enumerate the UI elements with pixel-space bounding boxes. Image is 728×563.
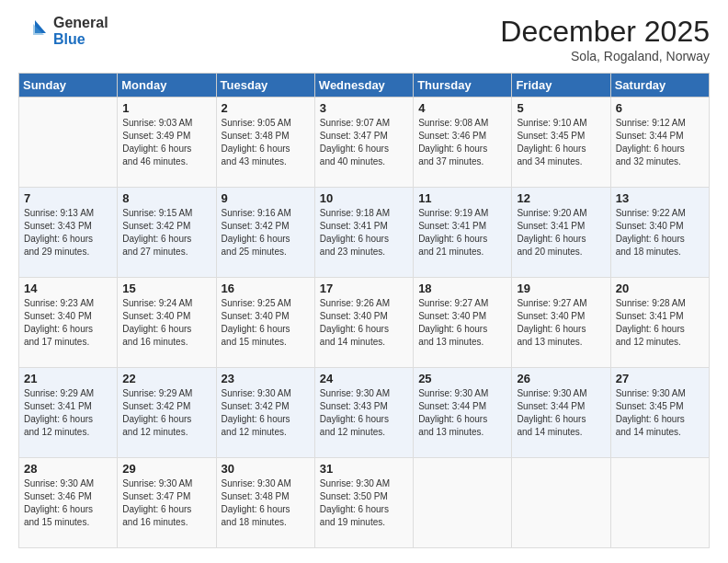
- day-info: Sunrise: 9:22 AM Sunset: 3:40 PM Dayligh…: [616, 207, 704, 259]
- day-info: Sunrise: 9:20 AM Sunset: 3:41 PM Dayligh…: [517, 207, 605, 259]
- day-number: 15: [122, 282, 210, 295]
- day-info: Sunrise: 9:05 AM Sunset: 3:48 PM Dayligh…: [222, 117, 310, 168]
- day-info: Sunrise: 9:29 AM Sunset: 3:41 PM Dayligh…: [24, 387, 112, 439]
- calendar-cell: 27Sunrise: 9:30 AM Sunset: 3:45 PM Dayli…: [610, 368, 709, 458]
- day-info: Sunrise: 9:30 AM Sunset: 3:50 PM Dayligh…: [320, 477, 408, 529]
- header: General Blue December 2025 Sola, Rogalan…: [18, 15, 710, 63]
- day-info: Sunrise: 9:27 AM Sunset: 3:40 PM Dayligh…: [517, 297, 605, 349]
- calendar-cell: 31Sunrise: 9:30 AM Sunset: 3:50 PM Dayli…: [314, 458, 413, 548]
- calendar-cell: 18Sunrise: 9:27 AM Sunset: 3:40 PM Dayli…: [414, 278, 512, 368]
- weekday-header-monday: Monday: [118, 74, 216, 98]
- day-number: 13: [616, 191, 704, 205]
- calendar-cell: [19, 98, 118, 188]
- calendar-cell: 16Sunrise: 9:25 AM Sunset: 3:40 PM Dayli…: [216, 278, 314, 368]
- day-number: 8: [122, 191, 210, 205]
- day-number: 4: [418, 101, 506, 115]
- calendar-cell: [512, 458, 610, 548]
- day-info: Sunrise: 9:23 AM Sunset: 3:40 PM Dayligh…: [24, 297, 112, 349]
- calendar-body: 1Sunrise: 9:03 AM Sunset: 3:49 PM Daylig…: [19, 98, 710, 548]
- day-number: 29: [122, 462, 210, 476]
- calendar-cell: 14Sunrise: 9:23 AM Sunset: 3:40 PM Dayli…: [19, 278, 118, 368]
- day-number: 1: [122, 101, 210, 115]
- calendar-week-3: 14Sunrise: 9:23 AM Sunset: 3:40 PM Dayli…: [19, 278, 710, 368]
- day-info: Sunrise: 9:15 AM Sunset: 3:42 PM Dayligh…: [122, 207, 210, 259]
- calendar-cell: 23Sunrise: 9:30 AM Sunset: 3:42 PM Dayli…: [216, 368, 314, 458]
- calendar-cell: 1Sunrise: 9:03 AM Sunset: 3:49 PM Daylig…: [118, 98, 216, 188]
- weekday-header-friday: Friday: [512, 74, 610, 98]
- weekday-header-tuesday: Tuesday: [216, 74, 314, 98]
- calendar-week-4: 21Sunrise: 9:29 AM Sunset: 3:41 PM Dayli…: [19, 368, 710, 458]
- calendar-cell: 24Sunrise: 9:30 AM Sunset: 3:43 PM Dayli…: [314, 368, 413, 458]
- day-info: Sunrise: 9:24 AM Sunset: 3:40 PM Dayligh…: [122, 297, 210, 349]
- calendar-cell: 30Sunrise: 9:30 AM Sunset: 3:48 PM Dayli…: [216, 458, 314, 548]
- day-info: Sunrise: 9:30 AM Sunset: 3:43 PM Dayligh…: [320, 387, 408, 439]
- day-info: Sunrise: 9:30 AM Sunset: 3:46 PM Dayligh…: [24, 477, 112, 529]
- calendar-table: SundayMondayTuesdayWednesdayThursdayFrid…: [18, 73, 710, 548]
- day-info: Sunrise: 9:18 AM Sunset: 3:41 PM Dayligh…: [320, 207, 408, 259]
- logo-general-text: General: [53, 15, 108, 31]
- day-number: 27: [616, 372, 704, 385]
- calendar-cell: 19Sunrise: 9:27 AM Sunset: 3:40 PM Dayli…: [512, 278, 610, 368]
- day-info: Sunrise: 9:29 AM Sunset: 3:42 PM Dayligh…: [122, 387, 210, 439]
- page: General Blue December 2025 Sola, Rogalan…: [0, 0, 728, 563]
- day-number: 20: [616, 282, 704, 295]
- day-number: 18: [418, 282, 506, 295]
- day-number: 5: [517, 101, 605, 115]
- calendar-cell: 28Sunrise: 9:30 AM Sunset: 3:46 PM Dayli…: [19, 458, 118, 548]
- day-info: Sunrise: 9:03 AM Sunset: 3:49 PM Dayligh…: [122, 117, 210, 168]
- day-info: Sunrise: 9:25 AM Sunset: 3:40 PM Dayligh…: [222, 297, 310, 349]
- day-info: Sunrise: 9:27 AM Sunset: 3:40 PM Dayligh…: [418, 297, 506, 349]
- day-info: Sunrise: 9:10 AM Sunset: 3:45 PM Dayligh…: [517, 117, 605, 168]
- calendar-cell: 8Sunrise: 9:15 AM Sunset: 3:42 PM Daylig…: [118, 188, 216, 278]
- day-info: Sunrise: 9:19 AM Sunset: 3:41 PM Dayligh…: [418, 207, 506, 259]
- calendar-cell: 4Sunrise: 9:08 AM Sunset: 3:46 PM Daylig…: [414, 98, 512, 188]
- calendar-cell: 21Sunrise: 9:29 AM Sunset: 3:41 PM Dayli…: [19, 368, 118, 458]
- calendar-week-1: 1Sunrise: 9:03 AM Sunset: 3:49 PM Daylig…: [19, 98, 710, 188]
- calendar-cell: 20Sunrise: 9:28 AM Sunset: 3:41 PM Dayli…: [610, 278, 709, 368]
- day-info: Sunrise: 9:30 AM Sunset: 3:48 PM Dayligh…: [222, 477, 310, 529]
- calendar-cell: 25Sunrise: 9:30 AM Sunset: 3:44 PM Dayli…: [414, 368, 512, 458]
- calendar-cell: 11Sunrise: 9:19 AM Sunset: 3:41 PM Dayli…: [414, 188, 512, 278]
- calendar-week-2: 7Sunrise: 9:13 AM Sunset: 3:43 PM Daylig…: [19, 188, 710, 278]
- weekday-header-thursday: Thursday: [414, 74, 512, 98]
- day-number: 25: [418, 372, 506, 385]
- calendar-cell: 7Sunrise: 9:13 AM Sunset: 3:43 PM Daylig…: [19, 188, 118, 278]
- day-number: 9: [222, 191, 310, 205]
- weekday-header-wednesday: Wednesday: [314, 74, 413, 98]
- day-number: 22: [122, 372, 210, 385]
- day-info: Sunrise: 9:30 AM Sunset: 3:47 PM Dayligh…: [122, 477, 210, 529]
- day-number: 12: [517, 191, 605, 205]
- calendar-cell: 10Sunrise: 9:18 AM Sunset: 3:41 PM Dayli…: [314, 188, 413, 278]
- calendar-cell: 26Sunrise: 9:30 AM Sunset: 3:44 PM Dayli…: [512, 368, 610, 458]
- day-info: Sunrise: 9:08 AM Sunset: 3:46 PM Dayligh…: [418, 117, 506, 168]
- calendar-cell: 9Sunrise: 9:16 AM Sunset: 3:42 PM Daylig…: [216, 188, 314, 278]
- day-number: 26: [517, 372, 605, 385]
- day-number: 30: [222, 462, 310, 476]
- calendar-cell: [414, 458, 512, 548]
- calendar-header-row: SundayMondayTuesdayWednesdayThursdayFrid…: [19, 74, 710, 98]
- calendar-cell: 17Sunrise: 9:26 AM Sunset: 3:40 PM Dayli…: [314, 278, 413, 368]
- calendar-cell: 2Sunrise: 9:05 AM Sunset: 3:48 PM Daylig…: [216, 98, 314, 188]
- day-number: 21: [24, 372, 112, 385]
- calendar-cell: [610, 458, 709, 548]
- day-number: 7: [24, 191, 112, 205]
- day-info: Sunrise: 9:28 AM Sunset: 3:41 PM Dayligh…: [616, 297, 704, 349]
- day-number: 6: [616, 101, 704, 115]
- day-number: 28: [24, 462, 112, 476]
- day-number: 16: [222, 282, 310, 295]
- day-number: 31: [320, 462, 408, 476]
- day-number: 17: [320, 282, 408, 295]
- month-title: December 2025: [500, 15, 710, 49]
- day-number: 3: [320, 101, 408, 115]
- calendar-cell: 5Sunrise: 9:10 AM Sunset: 3:45 PM Daylig…: [512, 98, 610, 188]
- day-number: 19: [517, 282, 605, 295]
- location-subtitle: Sola, Rogaland, Norway: [500, 49, 710, 63]
- day-number: 11: [418, 191, 506, 205]
- day-info: Sunrise: 9:12 AM Sunset: 3:44 PM Dayligh…: [616, 117, 704, 168]
- day-info: Sunrise: 9:07 AM Sunset: 3:47 PM Dayligh…: [320, 117, 408, 168]
- day-info: Sunrise: 9:30 AM Sunset: 3:45 PM Dayligh…: [616, 387, 704, 439]
- day-info: Sunrise: 9:26 AM Sunset: 3:40 PM Dayligh…: [320, 297, 408, 349]
- calendar-cell: 3Sunrise: 9:07 AM Sunset: 3:47 PM Daylig…: [314, 98, 413, 188]
- day-number: 24: [320, 372, 408, 385]
- calendar-cell: 22Sunrise: 9:29 AM Sunset: 3:42 PM Dayli…: [118, 368, 216, 458]
